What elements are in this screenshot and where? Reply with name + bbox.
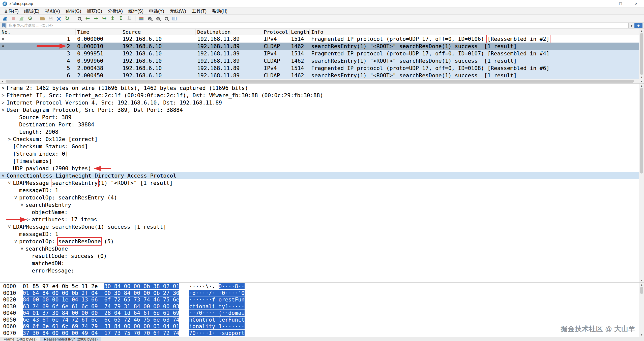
detail-row[interactable]: >searchResEntry (0, 201, 639, 209)
hex-row[interactable]: 003063 74 69 6f 6e 61 6c 69 74 79 31 84 … (0, 303, 639, 310)
packet-row-2[interactable]: 20.000010192.168.6.10192.168.11.89CLDAP1… (0, 43, 639, 50)
hex-row[interactable]: 00506e 43 6f 6e 74 72 6f 6c 6c 65 72 46 … (0, 317, 639, 323)
zoom-reset-button[interactable] (162, 15, 170, 22)
column-header-info[interactable]: Info (310, 29, 639, 35)
expander-icon[interactable]: > (6, 225, 13, 229)
scroll-down-arrow-icon[interactable]: ▾ (639, 278, 644, 282)
restart-capture-button[interactable] (18, 15, 26, 22)
column-header-protocol[interactable]: Protocol (262, 29, 289, 35)
go-forward-button[interactable]: → (92, 15, 100, 22)
detail-row[interactable]: objectName: (0, 209, 639, 216)
detail-row[interactable]: >Connectionless Lightweight Directory Ac… (0, 172, 639, 179)
close-button[interactable]: × (628, 0, 644, 7)
expander-icon[interactable]: > (1, 84, 5, 92)
detail-row[interactable]: [Timestamps] (0, 157, 639, 165)
scrollbar-thumb[interactable] (640, 33, 643, 75)
detail-row[interactable]: >Internet Protocol Version 4, Src: 192.1… (0, 99, 639, 106)
expander-icon[interactable]: > (26, 216, 31, 223)
zoom-in-button[interactable]: + (146, 15, 154, 22)
add-filter-button[interactable]: + (634, 23, 642, 28)
detail-row[interactable]: >LDAPMessage searchResDone(1) success [1… (0, 223, 639, 230)
expander-icon[interactable]: > (0, 174, 7, 178)
start-capture-button[interactable] (1, 15, 9, 22)
menu-capture[interactable]: 捕获(C) (84, 8, 105, 14)
scroll-down-arrow-icon[interactable]: ▾ (639, 75, 644, 79)
menu-edit[interactable]: 编辑(E) (21, 8, 42, 14)
detail-row[interactable]: >attributes: 17 items (0, 216, 639, 223)
maximize-button[interactable]: □ (613, 0, 628, 7)
menu-statistics[interactable]: 统计(S) (126, 8, 146, 14)
detail-row[interactable]: >protocolOp: searchResDone (5) (0, 238, 639, 245)
menu-go[interactable]: 跳转(G) (63, 8, 84, 14)
expander-icon[interactable]: > (18, 203, 26, 207)
detail-row[interactable]: UDP payload (2900 bytes) (0, 165, 639, 172)
hex-row[interactable]: 007037 30 84 00 00 00 49 04 17 73 75 70 … (0, 330, 639, 337)
horizontal-scrollbar[interactable]: ◂ ▸ (0, 79, 644, 84)
packet-row-4[interactable]: 40.999960192.168.6.10192.168.11.89CLDAP1… (0, 57, 639, 64)
byte-view-tab[interactable]: Frame (1462 bytes) (0, 337, 40, 341)
detail-row[interactable]: [Stream index: 0] (0, 150, 639, 157)
menu-tools[interactable]: 工具(T) (189, 8, 209, 14)
detail-row[interactable]: errorMessage: (0, 267, 639, 274)
stop-capture-button[interactable] (10, 15, 17, 22)
scroll-left-arrow-icon[interactable]: ◂ (0, 79, 5, 83)
last-packet-button[interactable]: ↧ (117, 15, 125, 22)
column-header-destination[interactable]: Destination (196, 29, 262, 35)
hex-row[interactable]: 006069 6f 6e 61 6c 69 74 79 31 84 00 00 … (0, 323, 639, 330)
scroll-up-arrow-icon[interactable]: ▴ (639, 29, 644, 33)
column-header-length[interactable]: Length (289, 29, 310, 35)
resize-columns-button[interactable] (171, 15, 179, 22)
expander-icon[interactable]: > (7, 135, 12, 143)
hex-row[interactable]: 002084 00 00 00 1e 04 13 66 6f 72 65 73 … (0, 296, 639, 303)
expander-icon[interactable]: > (6, 181, 13, 185)
menu-telephony[interactable]: 电话(Y) (146, 8, 167, 14)
expander-icon[interactable]: > (12, 195, 19, 200)
column-header-no[interactable]: No. (0, 29, 76, 35)
open-file-button[interactable] (38, 15, 46, 22)
detail-row[interactable]: >searchResDone (0, 245, 639, 252)
find-packet-button[interactable] (75, 15, 83, 22)
menu-analyze[interactable]: 分析(A) (105, 8, 126, 14)
colorize-button[interactable] (137, 15, 145, 22)
menu-wireless[interactable]: 无线(W) (167, 8, 189, 14)
detail-row[interactable]: >Checksum: 0x112e [correct] (0, 135, 639, 143)
detail-row[interactable]: Source Port: 389 (0, 114, 639, 121)
scroll-down-arrow-icon[interactable]: ▾ (639, 333, 644, 337)
scroll-up-arrow-icon[interactable]: ▴ (639, 84, 644, 88)
filter-bookmark-icon[interactable] (2, 23, 6, 28)
detail-row[interactable]: >Ethernet II, Src: Fortinet_ac:2c:1f (00… (0, 92, 639, 99)
detail-row[interactable]: Length: 2908 (0, 128, 639, 135)
scrollbar-thumb[interactable] (640, 287, 643, 294)
detail-row[interactable]: >User Datagram Protocol, Src Port: 389, … (0, 106, 639, 114)
expander-icon[interactable]: > (12, 239, 19, 244)
detail-row[interactable]: Destination Port: 38884 (0, 121, 639, 128)
column-header-source[interactable]: Source (121, 29, 196, 35)
zoom-out-button[interactable]: − (154, 15, 162, 22)
detail-row[interactable]: >protocolOp: searchResEntry (4) (0, 194, 639, 201)
hex-row[interactable]: 000001 85 97 e4 0b 5c 11 2e 30 84 00 00 … (0, 283, 639, 290)
hex-row[interactable]: 004004 01 37 30 84 00 00 00 28 04 1d 64 … (0, 310, 639, 317)
first-packet-button[interactable]: ↥ (109, 15, 116, 22)
scrollbar-thumb[interactable] (6, 80, 634, 83)
expander-icon[interactable]: > (1, 92, 5, 99)
go-back-button[interactable]: ← (84, 15, 92, 22)
detail-row[interactable]: messageID: 1 (0, 230, 639, 238)
detail-row[interactable]: >LDAPMessage searchResEntry(1) "<ROOT>" … (0, 179, 639, 187)
detail-row[interactable]: resultCode: success (0) (0, 252, 639, 260)
expander-icon[interactable]: > (1, 99, 5, 106)
packet-row-1[interactable]: 10.000000192.168.6.10192.168.11.89IPv415… (0, 35, 639, 43)
menu-help[interactable]: 帮助(H) (209, 8, 230, 14)
close-file-button[interactable]: × (55, 15, 63, 22)
auto-scroll-button[interactable]: ⇊ (125, 15, 133, 22)
bytes-scrollbar[interactable]: ▴ ▾ (639, 283, 644, 337)
go-to-packet-button[interactable]: ↪ (100, 15, 108, 22)
filter-history-caret[interactable]: ▾ (630, 24, 633, 28)
detail-row[interactable]: >Frame 2: 1462 bytes on wire (11696 bits… (0, 84, 639, 92)
detail-row[interactable]: [Checksum Status: Good] (0, 143, 639, 150)
display-filter-input[interactable]: 应用显示过滤器 ... <Ctrl-/> (7, 23, 629, 28)
byte-view-tab[interactable]: Reassembled IPv4 (2908 bytes) (40, 337, 101, 341)
details-scrollbar[interactable]: ▴ ▾ (639, 84, 644, 282)
capture-options-button[interactable]: ⚙ (26, 15, 34, 22)
expander-icon[interactable]: > (0, 108, 7, 112)
packet-row-6[interactable]: 62.000450192.168.6.10192.168.11.89CLDAP1… (0, 72, 639, 79)
